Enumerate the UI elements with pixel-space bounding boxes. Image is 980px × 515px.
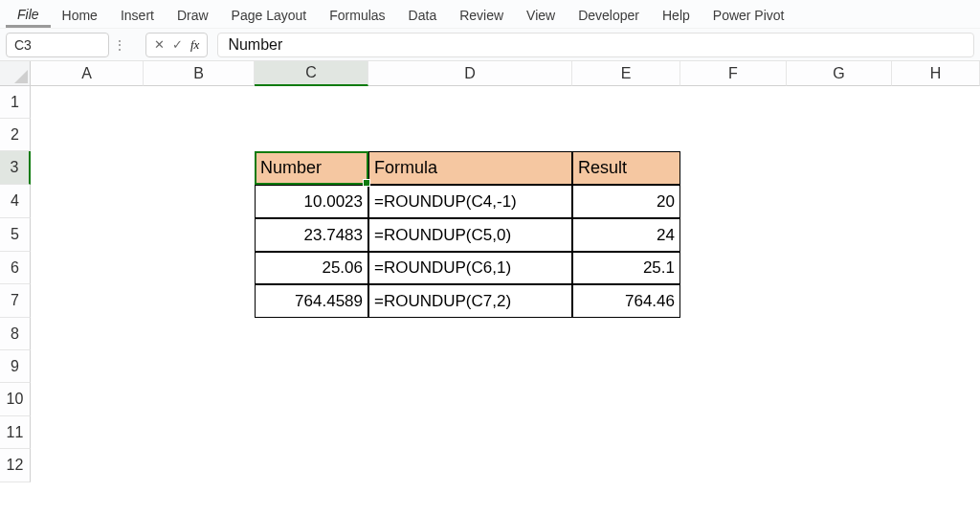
confirm-icon[interactable]: ✓	[172, 37, 183, 52]
ribbon-tab-insert[interactable]: Insert	[109, 2, 166, 27]
cell-D7[interactable]: =ROUNDUP(C7,2)	[368, 284, 572, 318]
column-header-D[interactable]: D	[368, 61, 572, 86]
column-header-A[interactable]: A	[31, 61, 144, 86]
cell-D5[interactable]: =ROUNDUP(C5,0)	[368, 218, 572, 252]
row-header-7[interactable]: 7	[0, 284, 31, 318]
cell-D6[interactable]: =ROUNDUP(C6,1)	[368, 252, 572, 284]
ribbon-tab-file[interactable]: File	[6, 1, 51, 28]
cell-C5[interactable]: 23.7483	[255, 218, 368, 252]
row-header-4[interactable]: 4	[0, 185, 31, 218]
row-header-8[interactable]: 8	[0, 318, 31, 350]
column-headers: ABCDEFGH	[31, 61, 980, 86]
cell-E4[interactable]: 20	[572, 185, 680, 218]
ribbon-tabs: FileHomeInsertDrawPage LayoutFormulasDat…	[0, 0, 980, 29]
select-all-corner[interactable]	[0, 61, 31, 86]
row-header-6[interactable]: 6	[0, 252, 31, 284]
fx-button-group: ✕ ✓ fx	[145, 33, 208, 57]
cell-E7[interactable]: 764.46	[572, 284, 680, 318]
divider-dots: ⋮	[113, 37, 126, 53]
cell-C3[interactable]: Number	[255, 151, 368, 185]
cell-C4[interactable]: 10.0023	[255, 185, 368, 218]
row-header-10[interactable]: 10	[0, 383, 31, 416]
cell-E5[interactable]: 24	[572, 218, 680, 252]
ribbon-tab-page-layout[interactable]: Page Layout	[220, 2, 319, 27]
ribbon-tab-draw[interactable]: Draw	[166, 2, 220, 27]
formula-bar[interactable]: Number	[217, 33, 974, 57]
name-box[interactable]: ▾	[6, 33, 109, 57]
row-header-1[interactable]: 1	[0, 86, 31, 119]
ribbon-tab-review[interactable]: Review	[448, 2, 515, 27]
row-headers: 123456789101112	[0, 86, 31, 482]
ribbon-tab-view[interactable]: View	[515, 2, 567, 27]
fx-icon[interactable]: fx	[190, 37, 199, 53]
cell-C6[interactable]: 25.06	[255, 252, 368, 284]
row-header-11[interactable]: 11	[0, 416, 31, 449]
cell-E6[interactable]: 25.1	[572, 252, 680, 284]
row-header-2[interactable]: 2	[0, 119, 31, 151]
cell-C7[interactable]: 764.4589	[255, 284, 368, 318]
column-header-B[interactable]: B	[144, 61, 255, 86]
column-header-C[interactable]: C	[255, 61, 368, 86]
formula-bar-text: Number	[228, 36, 282, 54]
cell-D4[interactable]: =ROUNDUP(C4,-1)	[368, 185, 572, 218]
row-header-3[interactable]: 3	[0, 151, 31, 185]
ribbon-tab-help[interactable]: Help	[651, 2, 702, 27]
column-header-F[interactable]: F	[680, 61, 787, 86]
formula-bar-row: ▾ ⋮ ✕ ✓ fx Number	[0, 29, 980, 61]
ribbon-tab-formulas[interactable]: Formulas	[318, 2, 396, 27]
ribbon-tab-home[interactable]: Home	[51, 2, 109, 27]
ribbon-tab-developer[interactable]: Developer	[567, 2, 651, 27]
row-header-9[interactable]: 9	[0, 350, 31, 383]
select-all-triangle-icon	[14, 70, 28, 83]
ribbon-tab-power-pivot[interactable]: Power Pivot	[702, 2, 796, 27]
cell-E3[interactable]: Result	[572, 151, 680, 185]
cell-D3[interactable]: Formula	[368, 151, 572, 185]
column-header-H[interactable]: H	[892, 61, 980, 86]
ribbon-tab-data[interactable]: Data	[397, 2, 449, 27]
cancel-icon[interactable]: ✕	[154, 37, 165, 52]
column-header-E[interactable]: E	[572, 61, 680, 86]
svg-marker-0	[14, 70, 28, 83]
row-header-12[interactable]: 12	[0, 449, 31, 482]
row-header-5[interactable]: 5	[0, 218, 31, 252]
column-header-G[interactable]: G	[787, 61, 892, 86]
